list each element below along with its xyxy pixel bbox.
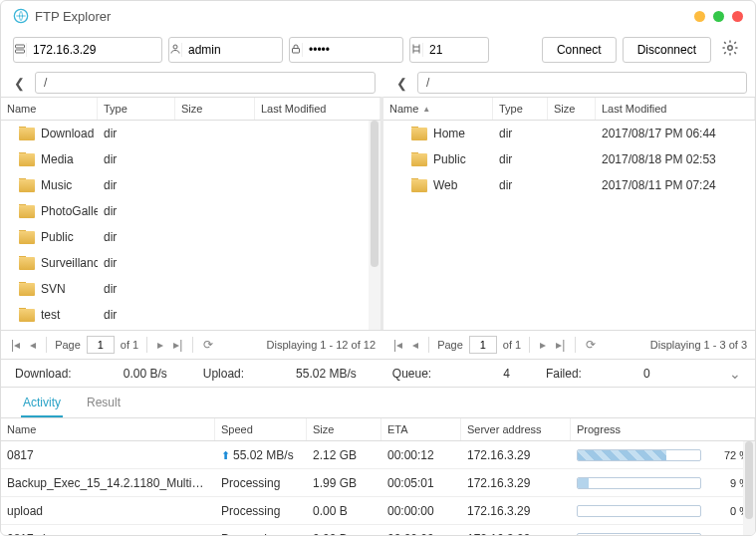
item-name: Media: [41, 152, 74, 166]
act-col-speed[interactable]: Speed: [215, 418, 307, 440]
activity-scrollbar[interactable]: [743, 441, 755, 536]
act-server: 172.16.3.29: [461, 532, 571, 537]
act-speed: ⬆55.02 MB/s: [215, 448, 307, 462]
page-first-button[interactable]: |◂: [9, 338, 22, 352]
list-item[interactable]: PhotoGalle... dir: [1, 198, 380, 224]
local-col-modified[interactable]: Last Modified: [255, 98, 380, 120]
act-eta: 00:00:00: [381, 532, 461, 537]
folder-icon: [19, 257, 35, 270]
local-scrollbar[interactable]: [369, 121, 380, 330]
close-dot[interactable]: [732, 11, 743, 22]
list-item[interactable]: SVN dir: [1, 276, 380, 302]
remote-paging: |◂ ◂ Page of 1 ▸ ▸| ⟳ Displaying 1 - 3 o…: [383, 331, 755, 359]
folder-icon: [411, 179, 427, 192]
act-speed: Processing: [215, 504, 307, 518]
page-prev-button[interactable]: ◂: [28, 338, 38, 352]
pass-field[interactable]: [289, 37, 403, 63]
list-item[interactable]: Web dir 2017/08/11 PM 07:24: [383, 172, 755, 198]
maximize-dot[interactable]: [713, 11, 724, 22]
connect-button[interactable]: Connect: [542, 37, 617, 63]
remote-col-name[interactable]: Name▲: [383, 98, 493, 120]
item-name: Home: [433, 127, 465, 140]
host-input[interactable]: [27, 39, 188, 61]
act-eta: 00:00:12: [381, 448, 461, 462]
settings-button[interactable]: [717, 37, 743, 63]
user-field[interactable]: [168, 37, 283, 63]
remote-path[interactable]: /: [417, 72, 747, 94]
list-item[interactable]: Music dir: [1, 172, 380, 198]
item-type: dir: [98, 127, 175, 140]
item-type: dir: [98, 230, 175, 244]
gear-icon: [721, 39, 739, 57]
act-col-eta[interactable]: ETA: [381, 418, 461, 440]
expand-button[interactable]: ⌄: [729, 366, 741, 382]
act-col-name[interactable]: Name: [1, 418, 215, 440]
item-name: Public: [41, 230, 74, 244]
remote-col-size[interactable]: Size: [548, 98, 596, 120]
item-name: test: [41, 308, 60, 322]
local-nav: ❮ /: [1, 69, 383, 97]
table-row[interactable]: 0817 ⬆55.02 MB/s 2.12 GB 00:00:12 172.16…: [1, 441, 755, 469]
list-item[interactable]: Surveillance dir: [1, 250, 380, 276]
page-first-button[interactable]: |◂: [391, 338, 404, 352]
item-type: dir: [98, 178, 175, 192]
list-item[interactable]: test dir: [1, 302, 380, 328]
list-item[interactable]: Download dir: [1, 121, 380, 146]
local-col-type[interactable]: Type: [98, 98, 175, 120]
tab-activity[interactable]: Activity: [21, 392, 63, 417]
table-row[interactable]: Backup_Exec_15_14.2.1180_MultiPlatf... P…: [1, 469, 755, 497]
local-pane: Name Type Size Last Modified Download di…: [1, 97, 383, 330]
app-title: FTP Explorer: [35, 9, 694, 24]
list-item[interactable]: Public dir: [1, 224, 380, 250]
port-icon: [410, 43, 423, 57]
svg-rect-4: [293, 49, 300, 54]
page-next-button[interactable]: ▸: [538, 338, 548, 352]
activity-tabs: Activity Result: [1, 388, 755, 417]
page-next-button[interactable]: ▸: [155, 338, 165, 352]
page-number-input[interactable]: [469, 336, 497, 354]
disconnect-button[interactable]: Disconnect: [623, 37, 711, 63]
refresh-button[interactable]: ⟳: [584, 338, 598, 352]
page-last-button[interactable]: ▸|: [171, 338, 184, 352]
local-path[interactable]: /: [35, 72, 376, 94]
list-item[interactable]: Media dir: [1, 146, 380, 172]
item-type: dir: [98, 256, 175, 270]
folder-icon: [411, 153, 427, 166]
remote-back-button[interactable]: ❮: [391, 73, 411, 93]
item-name: Download: [41, 127, 94, 140]
item-modified: 2017/08/17 PM 06:44: [596, 127, 755, 140]
item-name: Surveillance: [41, 256, 98, 270]
remote-col-modified[interactable]: Last Modified: [596, 98, 755, 120]
page-prev-button[interactable]: ◂: [410, 338, 420, 352]
local-col-size[interactable]: Size: [175, 98, 255, 120]
item-modified: 2017/08/18 PM 02:53: [596, 152, 755, 166]
port-field[interactable]: [409, 37, 489, 63]
refresh-button[interactable]: ⟳: [201, 338, 215, 352]
item-type: dir: [98, 308, 175, 322]
page-label: Page: [55, 339, 81, 351]
page-of-label: of 1: [121, 339, 138, 351]
minimize-dot[interactable]: [694, 11, 705, 22]
host-field[interactable]: [13, 37, 162, 63]
folder-icon: [411, 128, 427, 140]
page-number-input[interactable]: [87, 336, 115, 354]
local-col-name[interactable]: Name: [1, 98, 98, 120]
list-item[interactable]: Public dir 2017/08/18 PM 02:53: [383, 146, 755, 172]
app-logo-icon: [13, 8, 29, 24]
item-name: Music: [41, 178, 72, 192]
remote-col-type[interactable]: Type: [493, 98, 548, 120]
svg-rect-2: [16, 50, 25, 53]
page-last-button[interactable]: ▸|: [554, 338, 567, 352]
list-item[interactable]: Home dir 2017/08/17 PM 06:44: [383, 121, 755, 146]
folder-icon: [19, 231, 35, 244]
act-col-progress[interactable]: Progress: [571, 418, 755, 440]
local-back-button[interactable]: ❮: [9, 73, 29, 93]
table-row[interactable]: 0817.zip Processing 0.00 B 00:00:00 172.…: [1, 525, 755, 536]
connection-toolbar: Connect Disconnect: [1, 31, 755, 69]
act-col-server[interactable]: Server address: [461, 418, 571, 440]
download-value: 0.00 B/s: [124, 367, 167, 381]
act-col-size[interactable]: Size: [307, 418, 381, 440]
titlebar: FTP Explorer: [1, 1, 755, 31]
tab-result[interactable]: Result: [85, 392, 123, 417]
table-row[interactable]: upload Processing 0.00 B 00:00:00 172.16…: [1, 497, 755, 525]
